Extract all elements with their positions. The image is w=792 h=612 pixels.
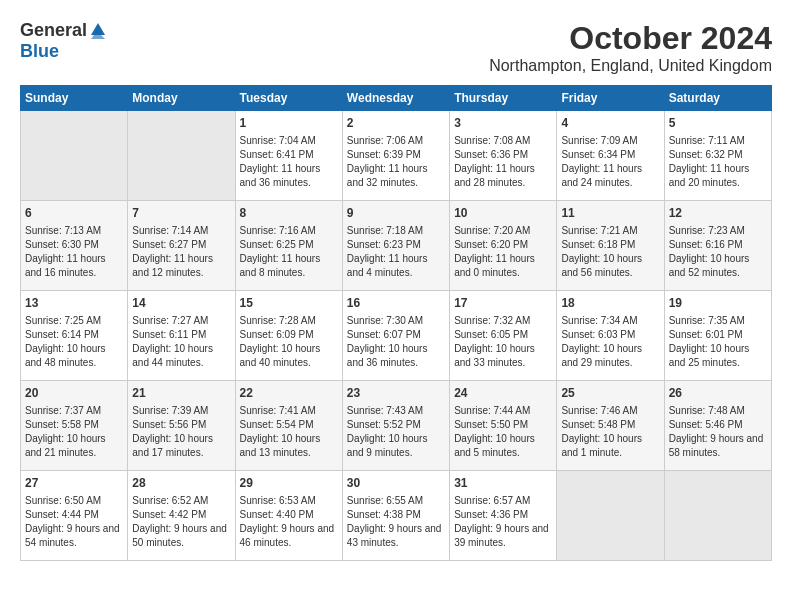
cell-content: Sunrise: 6:57 AM Sunset: 4:36 PM Dayligh… (454, 494, 552, 550)
calendar-cell: 24 Sunrise: 7:44 AM Sunset: 5:50 PM Dayl… (450, 381, 557, 471)
day-number: 6 (25, 205, 123, 222)
calendar-cell (664, 471, 771, 561)
day-number: 21 (132, 385, 230, 402)
day-number: 30 (347, 475, 445, 492)
calendar-cell (128, 111, 235, 201)
cell-content: Sunrise: 7:06 AM Sunset: 6:39 PM Dayligh… (347, 134, 445, 190)
day-number: 13 (25, 295, 123, 312)
weekday-header: Wednesday (342, 86, 449, 111)
location: Northampton, England, United Kingdom (489, 57, 772, 75)
cell-content: Sunrise: 7:09 AM Sunset: 6:34 PM Dayligh… (561, 134, 659, 190)
cell-content: Sunrise: 6:53 AM Sunset: 4:40 PM Dayligh… (240, 494, 338, 550)
calendar-cell: 12 Sunrise: 7:23 AM Sunset: 6:16 PM Dayl… (664, 201, 771, 291)
calendar-cell (557, 471, 664, 561)
calendar-cell: 17 Sunrise: 7:32 AM Sunset: 6:05 PM Dayl… (450, 291, 557, 381)
cell-content: Sunrise: 7:13 AM Sunset: 6:30 PM Dayligh… (25, 224, 123, 280)
logo-icon (89, 21, 107, 39)
cell-content: Sunrise: 7:25 AM Sunset: 6:14 PM Dayligh… (25, 314, 123, 370)
cell-content: Sunrise: 7:32 AM Sunset: 6:05 PM Dayligh… (454, 314, 552, 370)
day-number: 10 (454, 205, 552, 222)
cell-content: Sunrise: 7:43 AM Sunset: 5:52 PM Dayligh… (347, 404, 445, 460)
day-number: 23 (347, 385, 445, 402)
calendar-cell: 30 Sunrise: 6:55 AM Sunset: 4:38 PM Dayl… (342, 471, 449, 561)
calendar-cell: 31 Sunrise: 6:57 AM Sunset: 4:36 PM Dayl… (450, 471, 557, 561)
cell-content: Sunrise: 7:41 AM Sunset: 5:54 PM Dayligh… (240, 404, 338, 460)
day-number: 26 (669, 385, 767, 402)
calendar-cell: 5 Sunrise: 7:11 AM Sunset: 6:32 PM Dayli… (664, 111, 771, 201)
calendar-cell: 13 Sunrise: 7:25 AM Sunset: 6:14 PM Dayl… (21, 291, 128, 381)
calendar-cell: 2 Sunrise: 7:06 AM Sunset: 6:39 PM Dayli… (342, 111, 449, 201)
cell-content: Sunrise: 7:23 AM Sunset: 6:16 PM Dayligh… (669, 224, 767, 280)
cell-content: Sunrise: 7:16 AM Sunset: 6:25 PM Dayligh… (240, 224, 338, 280)
day-number: 27 (25, 475, 123, 492)
day-number: 17 (454, 295, 552, 312)
calendar-week-row: 20 Sunrise: 7:37 AM Sunset: 5:58 PM Dayl… (21, 381, 772, 471)
cell-content: Sunrise: 7:27 AM Sunset: 6:11 PM Dayligh… (132, 314, 230, 370)
calendar-cell: 21 Sunrise: 7:39 AM Sunset: 5:56 PM Dayl… (128, 381, 235, 471)
calendar-cell: 25 Sunrise: 7:46 AM Sunset: 5:48 PM Dayl… (557, 381, 664, 471)
logo-general: General (20, 20, 87, 41)
cell-content: Sunrise: 7:30 AM Sunset: 6:07 PM Dayligh… (347, 314, 445, 370)
month-title: October 2024 (489, 20, 772, 57)
calendar-cell: 11 Sunrise: 7:21 AM Sunset: 6:18 PM Dayl… (557, 201, 664, 291)
calendar-cell: 19 Sunrise: 7:35 AM Sunset: 6:01 PM Dayl… (664, 291, 771, 381)
cell-content: Sunrise: 7:39 AM Sunset: 5:56 PM Dayligh… (132, 404, 230, 460)
cell-content: Sunrise: 7:04 AM Sunset: 6:41 PM Dayligh… (240, 134, 338, 190)
day-number: 2 (347, 115, 445, 132)
weekday-header: Sunday (21, 86, 128, 111)
calendar-cell: 10 Sunrise: 7:20 AM Sunset: 6:20 PM Dayl… (450, 201, 557, 291)
day-number: 24 (454, 385, 552, 402)
logo: General Blue (20, 20, 107, 62)
day-number: 15 (240, 295, 338, 312)
day-number: 5 (669, 115, 767, 132)
calendar-cell (21, 111, 128, 201)
cell-content: Sunrise: 7:08 AM Sunset: 6:36 PM Dayligh… (454, 134, 552, 190)
calendar-cell: 28 Sunrise: 6:52 AM Sunset: 4:42 PM Dayl… (128, 471, 235, 561)
cell-content: Sunrise: 7:44 AM Sunset: 5:50 PM Dayligh… (454, 404, 552, 460)
calendar-cell: 14 Sunrise: 7:27 AM Sunset: 6:11 PM Dayl… (128, 291, 235, 381)
cell-content: Sunrise: 7:37 AM Sunset: 5:58 PM Dayligh… (25, 404, 123, 460)
calendar-cell: 6 Sunrise: 7:13 AM Sunset: 6:30 PM Dayli… (21, 201, 128, 291)
weekday-header-row: SundayMondayTuesdayWednesdayThursdayFrid… (21, 86, 772, 111)
logo-blue: Blue (20, 41, 59, 62)
calendar-week-row: 13 Sunrise: 7:25 AM Sunset: 6:14 PM Dayl… (21, 291, 772, 381)
cell-content: Sunrise: 7:35 AM Sunset: 6:01 PM Dayligh… (669, 314, 767, 370)
calendar-cell: 26 Sunrise: 7:48 AM Sunset: 5:46 PM Dayl… (664, 381, 771, 471)
day-number: 11 (561, 205, 659, 222)
svg-marker-1 (91, 35, 105, 39)
calendar-cell: 3 Sunrise: 7:08 AM Sunset: 6:36 PM Dayli… (450, 111, 557, 201)
calendar-cell: 15 Sunrise: 7:28 AM Sunset: 6:09 PM Dayl… (235, 291, 342, 381)
weekday-header: Monday (128, 86, 235, 111)
calendar-cell: 29 Sunrise: 6:53 AM Sunset: 4:40 PM Dayl… (235, 471, 342, 561)
day-number: 22 (240, 385, 338, 402)
svg-marker-0 (91, 23, 105, 35)
page-header: General Blue October 2024 Northampton, E… (20, 20, 772, 75)
calendar-cell: 9 Sunrise: 7:18 AM Sunset: 6:23 PM Dayli… (342, 201, 449, 291)
day-number: 8 (240, 205, 338, 222)
calendar-cell: 4 Sunrise: 7:09 AM Sunset: 6:34 PM Dayli… (557, 111, 664, 201)
day-number: 28 (132, 475, 230, 492)
calendar-week-row: 27 Sunrise: 6:50 AM Sunset: 4:44 PM Dayl… (21, 471, 772, 561)
cell-content: Sunrise: 6:55 AM Sunset: 4:38 PM Dayligh… (347, 494, 445, 550)
calendar-week-row: 1 Sunrise: 7:04 AM Sunset: 6:41 PM Dayli… (21, 111, 772, 201)
day-number: 29 (240, 475, 338, 492)
calendar-cell: 8 Sunrise: 7:16 AM Sunset: 6:25 PM Dayli… (235, 201, 342, 291)
cell-content: Sunrise: 7:20 AM Sunset: 6:20 PM Dayligh… (454, 224, 552, 280)
calendar-cell: 7 Sunrise: 7:14 AM Sunset: 6:27 PM Dayli… (128, 201, 235, 291)
weekday-header: Tuesday (235, 86, 342, 111)
day-number: 4 (561, 115, 659, 132)
cell-content: Sunrise: 6:50 AM Sunset: 4:44 PM Dayligh… (25, 494, 123, 550)
cell-content: Sunrise: 7:14 AM Sunset: 6:27 PM Dayligh… (132, 224, 230, 280)
day-number: 3 (454, 115, 552, 132)
weekday-header: Saturday (664, 86, 771, 111)
calendar-cell: 27 Sunrise: 6:50 AM Sunset: 4:44 PM Dayl… (21, 471, 128, 561)
day-number: 14 (132, 295, 230, 312)
calendar-cell: 1 Sunrise: 7:04 AM Sunset: 6:41 PM Dayli… (235, 111, 342, 201)
day-number: 25 (561, 385, 659, 402)
calendar-cell: 23 Sunrise: 7:43 AM Sunset: 5:52 PM Dayl… (342, 381, 449, 471)
day-number: 20 (25, 385, 123, 402)
cell-content: Sunrise: 7:46 AM Sunset: 5:48 PM Dayligh… (561, 404, 659, 460)
weekday-header: Friday (557, 86, 664, 111)
day-number: 9 (347, 205, 445, 222)
cell-content: Sunrise: 7:11 AM Sunset: 6:32 PM Dayligh… (669, 134, 767, 190)
